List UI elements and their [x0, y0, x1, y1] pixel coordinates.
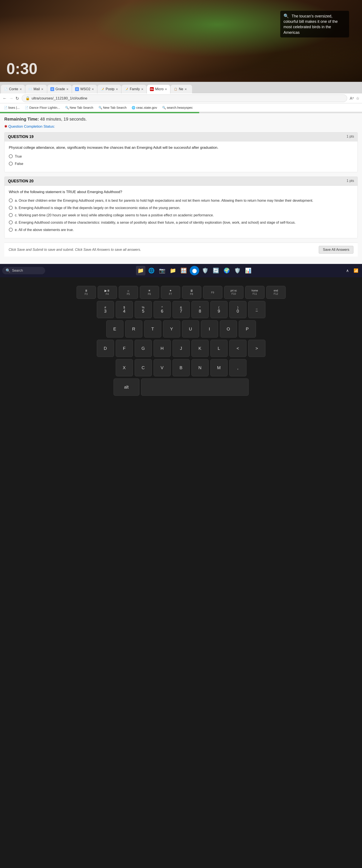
taskbar-file-icon[interactable]: 📁	[136, 266, 145, 275]
key-f6[interactable]: ☀ F6	[140, 286, 159, 299]
taskbar-folder-icon[interactable]: 📁	[168, 266, 178, 275]
question-20-option-e[interactable]: e. All of the above statements are true.	[9, 227, 353, 232]
key-7[interactable]: & 7	[172, 301, 190, 318]
key-l[interactable]: L	[210, 340, 228, 357]
tab-conte-close[interactable]: ✕	[20, 88, 22, 91]
key-u[interactable]: U	[182, 320, 199, 338]
question-19-radio-false[interactable]	[9, 162, 13, 165]
tab-postp[interactable]: 📝 Postp ✕	[97, 85, 121, 93]
key-g[interactable]: G	[135, 340, 152, 357]
taskbar-wifi-icon[interactable]: 📶	[352, 267, 360, 275]
back-button[interactable]: ←	[3, 96, 7, 101]
key-0[interactable]: ) 0	[229, 301, 246, 318]
key-5[interactable]: % 5	[135, 301, 152, 318]
question-completion-link[interactable]: Question Completion Status:	[8, 124, 55, 128]
tab-micro-close[interactable]: ✕	[165, 88, 167, 91]
question-19-option-false[interactable]: False	[9, 161, 353, 166]
key-i[interactable]: I	[201, 320, 218, 338]
key-c[interactable]: C	[135, 359, 152, 376]
tab-postp-close[interactable]: ✕	[116, 88, 118, 91]
key-f7[interactable]: ✦ F7	[161, 286, 180, 299]
key-m[interactable]: M	[210, 359, 228, 376]
question-20-option-b[interactable]: b. Emerging Adulthood is stage of life t…	[9, 206, 353, 211]
bookmark-star-icon[interactable]: ☆	[356, 96, 359, 101]
taskbar-camera-icon[interactable]: 📷	[158, 266, 167, 275]
question-20-option-c[interactable]: c. Working part-time (20 hours per week …	[9, 213, 353, 218]
question-20-radio-c[interactable]	[9, 213, 13, 217]
tab-micro[interactable]: Bb Micro ✕	[147, 85, 170, 93]
bookmark-bses[interactable]: 📄 bses |...	[2, 105, 21, 110]
key-f10[interactable]: prt sc F10	[224, 286, 243, 299]
taskbar-windows-icon[interactable]: 🪟	[179, 266, 189, 275]
tab-conte[interactable]: 📄 Conte ✕	[1, 85, 25, 93]
taskbar-shield-red-icon[interactable]: 🛡️	[200, 266, 210, 275]
question-19-radio-true[interactable]	[9, 154, 13, 158]
key-comma[interactable]: ,	[229, 359, 246, 376]
key-3[interactable]: # 3	[97, 301, 114, 318]
key-minus[interactable]: _ −	[248, 301, 265, 318]
tab-ne[interactable]: 📋 Ne ✕	[171, 85, 192, 93]
bookmark-newtab2[interactable]: 🔍 New Tab Search	[97, 105, 128, 110]
key-b[interactable]: B	[172, 359, 190, 376]
tab-family[interactable]: 📝 Family ✕	[122, 85, 146, 93]
key-h[interactable]: H	[154, 340, 171, 357]
key-6[interactable]: ^ 6	[154, 301, 171, 318]
key-e[interactable]: E	[106, 320, 124, 338]
address-bar[interactable]: 🔒 ultra/courses/_112180_1/cl/outline	[22, 94, 347, 102]
bookmark-heasyspec[interactable]: 🔍 search.heasyspec	[161, 105, 194, 110]
question-20-option-d[interactable]: d. Emerging Adulthood consists of these …	[9, 220, 353, 225]
bookmark-ceac[interactable]: 🌐 ceac.state.gov	[130, 105, 159, 110]
key-j[interactable]: J	[172, 340, 190, 357]
tab-wso2[interactable]: ⚙ WSO2 ✕	[72, 85, 97, 93]
key-alt[interactable]: alt	[113, 378, 139, 396]
tab-grade-close[interactable]: ✕	[66, 88, 69, 91]
key-f3[interactable]: ⏸ F3	[76, 286, 96, 299]
key-x[interactable]: X	[116, 359, 133, 376]
taskbar-chevron-up-icon[interactable]: ∧	[343, 267, 351, 275]
key-r[interactable]: R	[125, 320, 142, 338]
key-k[interactable]: K	[191, 340, 209, 357]
taskbar-globe-icon[interactable]: 🌐	[147, 266, 156, 275]
tab-grade[interactable]: ⚙ Grade ✕	[47, 85, 72, 93]
key-9[interactable]: ( 9	[210, 301, 228, 318]
key-f9[interactable]: F9	[203, 286, 222, 299]
tab-ne-close[interactable]: ✕	[185, 88, 187, 91]
key-o[interactable]: O	[220, 320, 237, 338]
key-f8[interactable]: 🖥 F8	[182, 286, 201, 299]
taskbar-circle-icon[interactable]: ⬤	[190, 266, 199, 275]
question-20-radio-a[interactable]	[9, 198, 13, 203]
key-spacebar[interactable]	[141, 378, 249, 396]
key-f11[interactable]: home F11	[245, 286, 265, 299]
bookmark-dance[interactable]: 📄 Dance Floor Lightin...	[23, 105, 62, 110]
key-f4[interactable]: ▶⏸ F4	[98, 286, 117, 299]
reader-icon[interactable]: Aᵃ	[350, 96, 354, 101]
question-20-option-a[interactable]: a. Once their children enter the Emergin…	[9, 198, 353, 203]
question-19-option-true[interactable]: True	[9, 154, 353, 159]
taskbar-shield-green-icon[interactable]: 🛡️	[233, 266, 242, 275]
tab-mail[interactable]: ✉️ Mail ✕	[25, 85, 47, 93]
key-y[interactable]: Y	[163, 320, 180, 338]
forward-button[interactable]: →	[9, 96, 13, 101]
key-f5[interactable]: ☼ F5	[119, 286, 138, 299]
reload-button[interactable]: ↻	[15, 96, 19, 101]
taskbar-sync-icon[interactable]: 🔄	[211, 266, 221, 275]
taskbar-earth-icon[interactable]: 🌍	[222, 266, 231, 275]
key-f[interactable]: F	[116, 340, 133, 357]
key-8[interactable]: * 8	[191, 301, 209, 318]
taskbar-search[interactable]: 🔍 Search	[2, 267, 45, 274]
key-lt[interactable]: <	[229, 340, 246, 357]
bookmark-newtab1[interactable]: 🔍 New Tab Search	[63, 105, 95, 110]
question-20-radio-e[interactable]	[9, 228, 13, 231]
tab-family-close[interactable]: ✕	[141, 88, 143, 91]
key-n[interactable]: N	[191, 359, 209, 376]
taskbar-powerpoint-icon[interactable]: 📊	[243, 266, 253, 275]
key-gt[interactable]: >	[248, 340, 265, 357]
question-20-radio-b[interactable]	[9, 206, 13, 210]
key-d[interactable]: D	[97, 340, 114, 357]
key-v[interactable]: V	[154, 359, 171, 376]
save-all-button[interactable]: Save All Answers	[319, 246, 353, 254]
key-t[interactable]: T	[144, 320, 161, 338]
question-20-radio-d[interactable]	[9, 220, 13, 224]
tab-wso2-close[interactable]: ✕	[92, 88, 94, 91]
key-f12[interactable]: end F12	[266, 286, 286, 299]
